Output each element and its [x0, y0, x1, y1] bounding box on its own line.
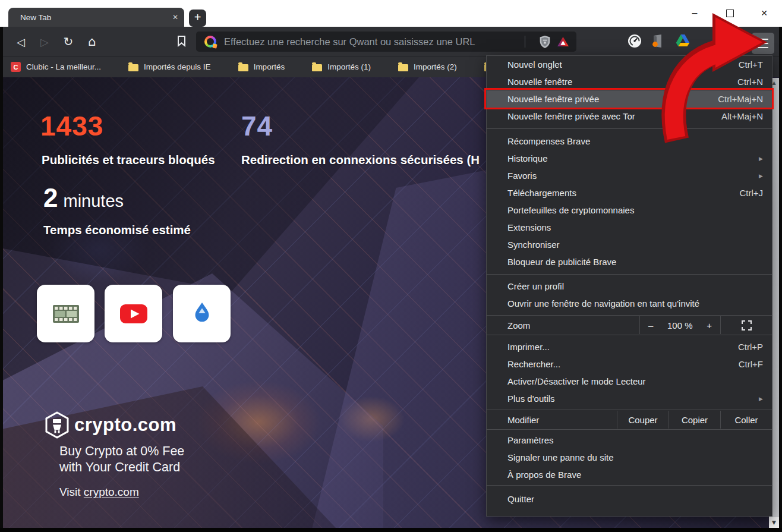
bookmark-icon[interactable] [177, 35, 186, 49]
new-tab-button[interactable]: + [189, 10, 206, 27]
bookmark-folder-importes-ie[interactable]: Importés depuis IE [128, 62, 211, 71]
maximize-icon [726, 10, 734, 17]
crypto-com-brand: crypto.com [74, 414, 176, 436]
zoom-out-button[interactable]: – [648, 320, 653, 330]
stat-https-upgrades-value: 74 [241, 110, 273, 142]
zoom-label: Zoom [487, 320, 639, 330]
bookmark-label: Clubic - La meilleur... [26, 62, 101, 71]
menu-item-creer-profil[interactable]: Créer un profil [487, 278, 772, 295]
menu-item-telechargements[interactable]: TéléchargementsCtrl+J [487, 184, 772, 202]
door-extension-icon[interactable] [651, 34, 664, 48]
menu-item-nouvel-onglet[interactable]: Nouvel ongletCtrl+T [487, 56, 772, 73]
tab-title: New Tab [20, 13, 172, 22]
stat-ads-blocked-label: Publicités et traceurs bloqués [42, 153, 215, 167]
menu-item-bloqueur[interactable]: Bloqueur de publicité Brave [487, 253, 772, 270]
forward-button[interactable]: ▷ [36, 33, 53, 50]
shortcut-tile-youtube[interactable] [105, 285, 162, 342]
menu-item-signaler-panne[interactable]: Signaler une panne du site [487, 449, 772, 466]
hamburger-bar [758, 47, 768, 48]
folder-icon [312, 64, 322, 71]
fullscreen-icon [742, 320, 752, 330]
clubic-favicon: C [11, 62, 21, 72]
film-icon [52, 303, 80, 325]
menu-item-recompenses[interactable]: Récompenses Brave [487, 133, 772, 150]
window-close-button[interactable]: ✕ [754, 4, 774, 23]
ad-text-line2: with Your Credit Card [59, 460, 180, 475]
bookmark-item-clubic[interactable]: C Clubic - La meilleur... [11, 62, 101, 72]
back-button[interactable]: ◁ [12, 33, 29, 50]
crypto-com-link[interactable]: crypto.com [84, 486, 139, 498]
menu-item-plus-outils[interactable]: Plus d'outils▶ [487, 390, 772, 407]
hamburger-bar [758, 39, 768, 40]
stat-time-saved-label: Temps économisé estimé [43, 223, 191, 237]
shortcut-tile-waterdrop[interactable] [173, 285, 231, 342]
scrollbar-down-button[interactable]: ▼ [769, 517, 779, 528]
bookmark-label: Importés [254, 62, 285, 71]
stat-https-upgrades-label: Redirection en connexions sécurisées (H [241, 153, 480, 167]
home-button[interactable]: ⌂ [84, 33, 100, 50]
bookmark-folder-importes-1[interactable]: Importés (1) [312, 62, 371, 71]
hamburger-bar [758, 43, 768, 44]
window-minimize-button[interactable]: – [685, 4, 705, 23]
zoom-in-button[interactable]: + [707, 320, 712, 330]
window-border-right [779, 27, 782, 532]
submenu-arrow-icon: ▶ [759, 396, 763, 402]
folder-icon [398, 64, 408, 71]
paste-button[interactable]: Coller [720, 411, 772, 429]
brave-shield-icon[interactable] [539, 35, 551, 49]
fullscreen-button[interactable] [720, 316, 772, 334]
brave-menu: Nouvel ongletCtrl+T Nouvelle fenêtreCtrl… [486, 55, 772, 517]
submenu-arrow-icon: ▶ [759, 156, 763, 162]
bookmark-label: Importés (1) [327, 62, 371, 71]
menu-item-a-propos[interactable]: À propos de Brave [487, 466, 772, 483]
zoom-value: 100 % [667, 320, 693, 330]
menu-item-fenetre-invite[interactable]: Ouvrir une fenêtre de navigation en tant… [487, 295, 772, 312]
menu-item-historique[interactable]: Historique▶ [487, 150, 772, 167]
edit-label: Modifier [487, 415, 617, 425]
titlebar: New Tab ✕ + – ✕ [0, 0, 782, 27]
folder-icon [238, 64, 248, 71]
annotation-highlight-rectangle [484, 88, 774, 109]
menu-item-parametres[interactable]: Paramètres [487, 432, 772, 449]
reload-button[interactable]: ↻ [60, 33, 77, 50]
menu-item-fenetre-privee-tor[interactable]: Nouvelle fenêtre privée avec TorAlt+Maj+… [487, 108, 772, 125]
address-bar[interactable]: Effectuez une recherche sur Qwant ou sai… [196, 32, 576, 52]
address-placeholder[interactable]: Effectuez une recherche sur Qwant ou sai… [224, 36, 517, 48]
ad-text-line1: Buy Crypto at 0% Fee [59, 444, 184, 459]
tab-new-tab[interactable]: New Tab ✕ [8, 8, 184, 27]
shortcut-tile-film[interactable] [37, 285, 94, 342]
window-maximize-button[interactable] [720, 4, 740, 23]
menu-item-mode-lecteur[interactable]: Activer/Désactiver le mode Lecteur [487, 373, 772, 390]
gauge-extension-icon[interactable] [628, 34, 642, 48]
stat-time-saved-unit: minutes [63, 191, 124, 211]
copy-button[interactable]: Copier [669, 411, 720, 429]
window-border-bottom [0, 528, 782, 532]
menu-item-imprimer[interactable]: Imprimer...Ctrl+P [487, 338, 772, 355]
stat-time-saved: 2 minutes [43, 183, 124, 213]
menu-item-quitter[interactable]: Quitter [487, 490, 772, 508]
qwant-logo-icon [204, 36, 216, 48]
cut-button[interactable]: Couper [617, 411, 669, 429]
bat-rewards-icon[interactable] [557, 36, 569, 48]
bookmark-folder-importes-2[interactable]: Importés (2) [398, 62, 457, 71]
zoom-controls: – 100 % + [639, 316, 720, 334]
address-divider [525, 36, 525, 48]
menu-item-extensions[interactable]: Extensions [487, 219, 772, 236]
menu-item-rechercher[interactable]: Rechercher...Ctrl+F [487, 355, 772, 373]
menu-item-favoris[interactable]: Favoris▶ [487, 167, 772, 184]
bookmark-folder-importes[interactable]: Importés [238, 62, 285, 71]
menu-item-synchroniser[interactable]: Synchroniser [487, 236, 772, 253]
waterdrop-icon [192, 301, 212, 326]
menu-item-portefeuilles[interactable]: Portefeuilles de cryptomonnaies [487, 202, 772, 219]
menu-hamburger-button[interactable] [752, 33, 774, 54]
toolbar: ◁ ▷ ↻ ⌂ Effectuez une recherche sur Qwan… [3, 27, 779, 56]
bookmark-label: Importés depuis IE [144, 62, 211, 71]
stat-time-saved-value: 2 [43, 183, 58, 213]
tab-close-icon[interactable]: ✕ [172, 13, 178, 21]
youtube-icon [120, 304, 147, 323]
drive-extension-icon[interactable] [676, 34, 690, 46]
ad-visit-line: Visit crypto.com [59, 486, 139, 499]
folder-icon [128, 64, 138, 71]
bookmark-label: Importés (2) [414, 62, 457, 71]
stat-ads-blocked-value: 1433 [40, 110, 103, 142]
